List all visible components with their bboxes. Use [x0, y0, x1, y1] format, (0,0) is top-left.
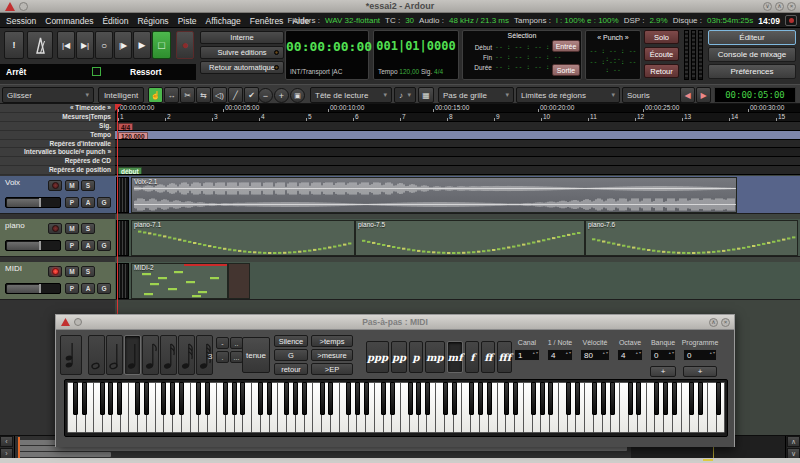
session-start-marker-icon[interactable]	[115, 104, 122, 111]
region-piano-7.6[interactable]: piano-7.6	[585, 220, 798, 256]
chord-button[interactable]	[60, 335, 82, 375]
window-titlebar[interactable]: *essai2 - Ardour ∨ ∧ ×	[0, 0, 800, 13]
action-button[interactable]: >EP	[311, 363, 353, 375]
record-button[interactable]: ●	[176, 31, 194, 59]
sustain-button[interactable]: tenue	[242, 337, 270, 373]
black-key[interactable]	[443, 382, 448, 415]
black-key[interactable]	[531, 382, 536, 415]
black-key[interactable]	[408, 382, 413, 415]
black-key[interactable]	[267, 382, 272, 415]
menu-item-edition[interactable]: Édition	[102, 16, 128, 26]
black-key[interactable]	[425, 382, 430, 415]
nudge-back-button[interactable]: ◀	[680, 87, 695, 103]
black-key[interactable]	[592, 382, 597, 415]
track-content-voix[interactable]: Voix-2.1	[115, 176, 800, 214]
black-key[interactable]	[654, 382, 659, 415]
dynamic-button-mp[interactable]: mp	[425, 341, 445, 373]
action-button[interactable]: >mesure	[311, 349, 353, 361]
black-key[interactable]	[302, 382, 307, 415]
secondary-clock[interactable]: 001|01|0000 Tempo 120,00 Sig. 4/4	[373, 30, 459, 80]
spinner-arrows-icon[interactable]: ▴ ▾	[710, 350, 715, 355]
listen-button[interactable]: Écoute	[644, 47, 679, 61]
ruler-row-2[interactable]: 4/4	[115, 122, 800, 131]
black-key[interactable]	[179, 382, 184, 415]
black-key[interactable]	[364, 382, 369, 415]
summary-zoom-in-button[interactable]: ∧	[787, 436, 800, 447]
black-key[interactable]	[390, 382, 395, 415]
black-key[interactable]	[698, 382, 703, 415]
black-key[interactable]	[381, 382, 386, 415]
track-automation-button[interactable]: A	[81, 283, 95, 294]
black-key[interactable]	[540, 382, 545, 415]
solo-button[interactable]: Solo	[644, 30, 679, 44]
field-input-programme[interactable]: 0▴ ▾	[683, 349, 717, 361]
black-key[interactable]	[487, 382, 492, 415]
dynamic-button-p[interactable]: p	[409, 341, 423, 373]
black-key[interactable]	[601, 382, 606, 415]
primary-clock[interactable]: 00:00:00:00 INT/Transport |AC	[285, 30, 369, 80]
black-key[interactable]	[320, 382, 325, 415]
spinner-arrows-icon[interactable]: ▴ ▾	[669, 350, 674, 355]
track-solo-button[interactable]: S	[81, 223, 95, 234]
field-input-note[interactable]: 4▴ ▾	[547, 349, 573, 361]
go-to-end-button[interactable]: ▶|	[76, 31, 94, 59]
dot-button-0[interactable]: -	[216, 337, 229, 349]
stop-button[interactable]: □	[152, 31, 171, 59]
track-gain-fader[interactable]	[5, 283, 61, 294]
go-to-start-button[interactable]: |◀	[57, 31, 75, 59]
menu-item-session[interactable]: Session	[6, 16, 36, 26]
track-header-voix[interactable]: VoixMSPAG	[0, 176, 115, 214]
track-playlist-button[interactable]: P	[65, 240, 79, 251]
action-button[interactable]: retour	[274, 363, 308, 375]
ruler-label-0[interactable]: « Timecode »	[0, 104, 115, 113]
meter-marker[interactable]: 4/4	[118, 123, 133, 131]
maximize-icon[interactable]: ∧	[775, 2, 784, 11]
action-button[interactable]: Silence	[274, 335, 308, 347]
track-mute-button[interactable]: M	[65, 223, 79, 234]
black-key[interactable]	[240, 382, 245, 415]
black-key[interactable]	[689, 382, 694, 415]
minimize-icon[interactable]: ∨	[763, 2, 772, 11]
grab-mode-button[interactable]: ☝	[148, 87, 163, 103]
black-key[interactable]	[416, 382, 421, 415]
region-piano-7.5[interactable]: piano-7.5	[355, 220, 585, 256]
field-plus-button-4[interactable]: +	[650, 366, 676, 377]
track-playlist-button[interactable]: P	[65, 197, 79, 208]
record-indicator-icon[interactable]	[785, 15, 797, 26]
note-duration-button-eighth[interactable]	[142, 335, 159, 375]
black-key[interactable]	[548, 382, 553, 415]
black-key[interactable]	[575, 382, 580, 415]
punch-out-button[interactable]: Sortie	[552, 64, 580, 76]
black-key[interactable]	[161, 382, 166, 415]
edit-point-dropdown[interactable]: Tête de lecture▾	[310, 87, 392, 103]
edit-mode-button[interactable]: ✔	[244, 87, 259, 103]
black-key[interactable]	[100, 382, 105, 415]
dialog-maximize-icon[interactable]: ∧	[709, 318, 718, 327]
black-key[interactable]	[170, 382, 175, 415]
edit-mode-dropdown[interactable]: Glisser▾	[2, 87, 94, 103]
track-playlist-button[interactable]: P	[65, 283, 79, 294]
dynamic-button-f[interactable]: f	[465, 341, 479, 373]
feedback-button[interactable]: Retour	[644, 64, 679, 78]
snap-options-button[interactable]: ▦	[418, 87, 434, 103]
region-piano-7.1[interactable]: piano-7.1	[131, 220, 355, 256]
summary-scroll-left-button[interactable]: ‹	[0, 436, 13, 447]
black-key[interactable]	[223, 382, 228, 415]
range-mode-button[interactable]: ↔	[164, 87, 179, 103]
field-input-canal[interactable]: 1▴ ▾	[514, 349, 540, 361]
black-key[interactable]	[504, 382, 509, 415]
menu-item-affichage[interactable]: Affichage	[206, 16, 241, 26]
track-automation-button[interactable]: A	[81, 240, 95, 251]
auto-return-toggle[interactable]: Retour automatique	[200, 61, 284, 74]
loop-button[interactable]: ○	[95, 31, 113, 59]
track-record-arm-button[interactable]	[48, 180, 62, 191]
ruler-label-4[interactable]: Repères d'intervalle	[0, 140, 115, 148]
mixer-window-button[interactable]: Console de mixage	[708, 47, 796, 62]
track-automation-button[interactable]: A	[81, 197, 95, 208]
note-duration-button-half[interactable]	[106, 335, 123, 375]
black-key[interactable]	[108, 382, 113, 415]
dialog-titlebar[interactable]: Pas-à-pas : MIDI ∧ ×	[56, 315, 734, 330]
close-icon[interactable]: ×	[787, 2, 796, 11]
black-key[interactable]	[355, 382, 360, 415]
track-solo-button[interactable]: S	[81, 266, 95, 277]
